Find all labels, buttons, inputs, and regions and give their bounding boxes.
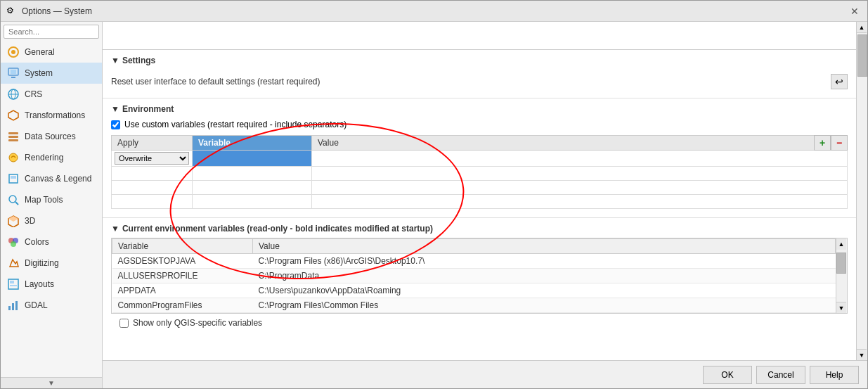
show-only-label: Show only QGIS-specific variables <box>133 318 262 328</box>
sidebar-label-colors: Colors <box>25 237 49 247</box>
app-icon: ⚙ <box>6 6 18 17</box>
svg-rect-24 <box>8 306 11 310</box>
main-layout: General System CRS <box>1 22 867 388</box>
sidebar-item-layouts[interactable]: Layouts <box>1 274 102 295</box>
env-empty-variable-2 <box>193 181 312 195</box>
svg-rect-22 <box>10 281 14 283</box>
sidebar-label-datasources: Data Sources <box>25 132 76 141</box>
env-row-1: Overwrite Prepend Append <box>112 151 848 167</box>
env-checkbox-row: Use custom variables (restart required -… <box>111 120 848 129</box>
options-window: ⚙ Options — System ✕ General System <box>0 0 868 389</box>
show-only-checkbox[interactable] <box>119 319 129 328</box>
env-empty-row-2 <box>112 181 848 195</box>
sidebar-search-input[interactable] <box>4 25 99 39</box>
add-variable-button[interactable]: + <box>814 135 831 151</box>
scroll-thumb <box>857 34 867 77</box>
sidebar-item-digitizing[interactable]: Digitizing <box>1 253 102 274</box>
settings-label: Settings <box>122 56 155 65</box>
sidebar-item-transformations[interactable]: Transformations <box>1 105 102 126</box>
sidebar-label-transformations: Transformations <box>25 110 85 120</box>
svg-rect-10 <box>8 139 18 141</box>
svg-point-20 <box>11 241 16 247</box>
curr-var-2: ALLUSERSPROFILE <box>112 269 253 283</box>
env-checkbox[interactable] <box>111 120 120 129</box>
sidebar-label-maptools: Map Tools <box>25 195 63 205</box>
settings-section: ▼ Settings Reset user interface to defau… <box>103 50 856 98</box>
reset-button[interactable]: ↩ <box>831 74 848 89</box>
close-button[interactable]: ✕ <box>848 4 862 18</box>
env-checkbox-label: Use custom variables (restart required -… <box>124 120 346 129</box>
canvas-icon <box>6 172 20 186</box>
current-env-header[interactable]: ▼ Current environment variables (read-on… <box>111 224 848 234</box>
svg-rect-3 <box>11 70 16 74</box>
curr-scroll-down[interactable]: ▼ <box>836 302 846 313</box>
curr-env-row-2: ALLUSERSPROFILE C:\ProgramData <box>112 269 836 283</box>
help-button[interactable]: Help <box>810 366 859 384</box>
curr-env-row-4: CommonProgramFiles C:\Program Files\Comm… <box>112 298 836 313</box>
system-icon <box>6 66 20 80</box>
svg-rect-26 <box>15 301 18 310</box>
svg-point-11 <box>9 153 18 162</box>
env-variable-cell[interactable] <box>193 151 312 167</box>
sidebar-item-rendering[interactable]: Rendering <box>1 147 102 168</box>
curr-scrollbar: ▲ ▼ <box>836 238 847 313</box>
top-area <box>103 22 856 50</box>
svg-rect-9 <box>8 136 18 138</box>
curr-col-value: Value <box>253 239 836 254</box>
scroll-up-btn[interactable]: ▲ <box>857 22 867 33</box>
curr-val-1: C:\Program Files (x86)\ArcGIS\Desktop10.… <box>253 254 836 269</box>
dialog-footer: OK Cancel Help <box>103 360 867 388</box>
sidebar-item-gdal[interactable]: GDAL <box>1 295 102 316</box>
maptools-icon <box>6 193 20 207</box>
sidebar-label-rendering: Rendering <box>25 153 63 162</box>
curr-val-4: C:\Program Files\Common Files <box>253 298 836 313</box>
environment-header[interactable]: ▼ Environment <box>111 104 848 114</box>
cancel-button[interactable]: Cancel <box>756 366 805 384</box>
ok-button[interactable]: OK <box>703 366 752 384</box>
sidebar-item-general[interactable]: General <box>1 42 102 63</box>
curr-scroll-thumb <box>836 253 846 274</box>
env-empty-value <box>312 167 848 181</box>
digitizing-icon <box>6 256 20 270</box>
sidebar-item-3d[interactable]: 3D <box>1 210 102 231</box>
scroll-down-btn[interactable]: ▼ <box>857 349 867 360</box>
datasources-icon <box>6 129 20 144</box>
col-header-variable: Variable <box>193 136 312 151</box>
sidebar-item-colors[interactable]: Colors <box>1 231 102 253</box>
layouts-icon <box>6 277 20 291</box>
svg-point-1 <box>11 50 15 54</box>
env-table-wrapper: + − Apply Variable Value <box>111 135 848 209</box>
env-empty-value-2 <box>312 181 848 195</box>
env-apply-cell[interactable]: Overwrite Prepend Append <box>112 151 193 167</box>
env-empty-apply <box>112 167 193 181</box>
env-empty-row-3 <box>112 195 848 209</box>
show-only-row: Show only QGIS-specific variables <box>111 314 848 332</box>
env-value-cell[interactable] <box>312 151 848 167</box>
remove-variable-button[interactable]: − <box>831 135 848 151</box>
sidebar-scroll-down[interactable]: ▼ <box>1 377 102 388</box>
curr-scroll-up[interactable]: ▲ <box>836 238 846 250</box>
curr-env-row-1: AGSDESKTOPJAVA C:\Program Files (x86)\Ar… <box>112 254 836 269</box>
sidebar-item-maptools[interactable]: Map Tools <box>1 189 102 210</box>
curr-var-4: CommonProgramFiles <box>112 298 253 313</box>
current-env-table: Variable Value AGSDESKTOPJAVA C:\Program… <box>112 238 836 313</box>
current-env-arrow: ▼ <box>111 224 119 234</box>
sidebar-label-crs: CRS <box>25 89 42 99</box>
sidebar-label-gdal: GDAL <box>25 300 48 310</box>
settings-reset-row: Reset user interface to default settings… <box>111 71 848 92</box>
current-env-table-wrapper: ▲ ▼ Variable Value <box>111 238 848 314</box>
sidebar-item-system[interactable]: System <box>1 63 102 84</box>
env-empty-variable <box>193 167 312 181</box>
settings-header[interactable]: ▼ Settings <box>111 56 848 65</box>
sidebar-item-datasources[interactable]: Data Sources <box>1 126 102 147</box>
sidebar-item-canvas[interactable]: Canvas & Legend <box>1 168 102 189</box>
sidebar-item-crs[interactable]: CRS <box>1 84 102 105</box>
title-bar: ⚙ Options — System ✕ <box>1 1 867 22</box>
svg-line-15 <box>15 202 18 205</box>
transformations-icon <box>6 108 20 122</box>
svg-rect-4 <box>11 77 15 78</box>
curr-val-3: C:\Users\puzankov\AppData\Roaming <box>253 283 836 298</box>
current-env-label: Current environment variables (read-only… <box>122 224 433 234</box>
curr-var-1: AGSDESKTOPJAVA <box>112 254 253 269</box>
env-apply-select[interactable]: Overwrite Prepend Append <box>115 152 189 165</box>
